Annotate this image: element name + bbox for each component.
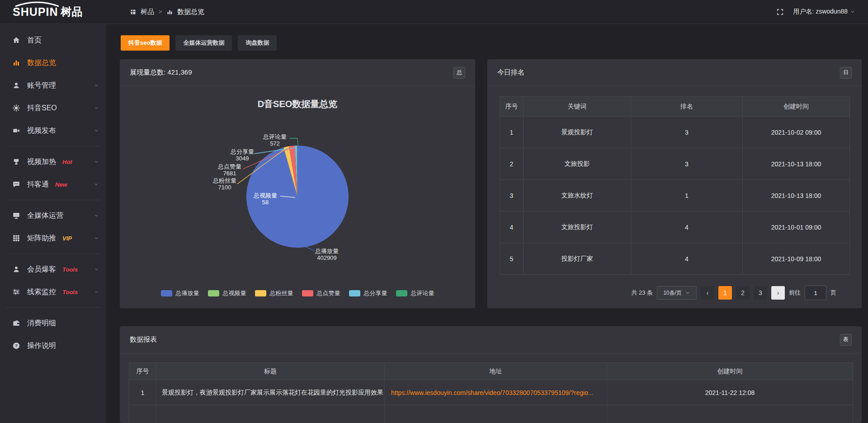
pie-label-value: 3049 [231, 155, 254, 162]
legend-item-fans[interactable]: 总粉丝量 [255, 289, 293, 297]
table-cell: 文旅投影 [524, 148, 631, 180]
pagination-total: 共 23 条 [631, 289, 653, 297]
table-row: 1景观投影灯32021-10-02 09:00 [500, 117, 850, 148]
report-corner-button[interactable]: 表 [840, 334, 852, 346]
chevron-down-icon [94, 267, 99, 272]
report-cell-index: 1 [129, 380, 156, 405]
table-cell [129, 405, 156, 423]
legend-item-video[interactable]: 总视频量 [208, 289, 246, 297]
pie-label-name: 总点赞量 [218, 163, 241, 170]
breadcrumb-current: 数据总览 [177, 8, 204, 16]
sidebar-item-video-heat[interactable]: 视频加热Hot [0, 150, 106, 173]
report-col-header: 标题 [156, 363, 385, 380]
next-page-button[interactable]: › [771, 286, 785, 300]
breadcrumb-root-icon [130, 9, 137, 15]
page-button-2[interactable]: 2 [736, 286, 750, 300]
goto-suffix: 页 [830, 289, 836, 297]
sidebar-item-label: 线索监控 [27, 287, 56, 297]
legend-swatch [396, 290, 407, 296]
legend-item-share[interactable]: 总分享量 [349, 289, 387, 297]
sidebar-badge-tools: Tools [62, 289, 78, 296]
report-cell-url: https://www.iesdouyin.com/share/video/70… [385, 380, 607, 405]
ranking-panel: 今日排名 日 序号关键词排名创建时间 1景观投影灯32021-10-02 09:… [487, 59, 862, 308]
pie-legend: 总播放量总视频量总粉丝量总点赞量总分享量总评论量 [120, 289, 475, 297]
pie-chart [120, 59, 475, 308]
sidebar-item-clue-monitor[interactable]: 线索监控Tools [0, 281, 106, 303]
tab-media-operation-data[interactable]: 全媒体运营数据 [175, 35, 232, 51]
table-row: 3文旅水纹灯12021-10-13 18:00 [500, 180, 850, 212]
legend-item-comment[interactable]: 总评论量 [396, 289, 434, 297]
table-cell: 4 [631, 243, 743, 275]
sidebar-divider [6, 200, 100, 200]
legend-item-play[interactable]: 总播放量 [161, 289, 199, 297]
pie-label-name: 总评论量 [263, 133, 287, 140]
sidebar-item-label: 数据总览 [27, 58, 56, 68]
page-root: SHUPIN 树品 树品 > 数据总览 用户名: zswodun88 [0, 0, 868, 423]
pie-label-name: 总粉丝量 [213, 177, 236, 184]
sidebar-item-account-manage[interactable]: 账号管理 [0, 74, 106, 97]
report-cell-time: 2021-11-22 12:08 [607, 380, 853, 405]
sidebar-item-expense-detail[interactable]: 消费明细 [0, 312, 106, 334]
table-cell: 文旅水纹灯 [524, 180, 631, 212]
legend-item-like[interactable]: 总点赞量 [302, 289, 340, 297]
table-cell: 4 [500, 212, 524, 243]
sidebar-item-member-burst[interactable]: 会员爆客Tools [0, 258, 106, 281]
page-button-3[interactable]: 3 [754, 286, 767, 300]
sidebar-item-label: 矩阵助推 [27, 234, 56, 243]
sidebar-item-media-operation[interactable]: 全媒体运营 [0, 204, 106, 227]
pie-label-value: 7100 [213, 184, 236, 191]
sidebar-item-douketong[interactable]: 抖客通New [0, 173, 106, 196]
sliders-icon [12, 288, 20, 296]
table-cell: 景观投影灯 [524, 117, 631, 148]
table-cell: 3 [631, 148, 743, 180]
report-url-link[interactable]: https://www.iesdouyin.com/share/video/70… [391, 389, 594, 396]
report-panel: 数据报表 表 序号标题地址创建时间 1景观投影灯，夜游景观投影灯厂家展示展示落花… [120, 326, 862, 423]
page-size-select[interactable]: 10条/页 [657, 286, 697, 300]
table-cell: 4 [631, 212, 743, 243]
sidebar-item-help-guide[interactable]: ?操作说明 [0, 334, 106, 357]
sidebar-item-label: 会员爆客 [27, 265, 56, 274]
ranking-corner-button[interactable]: 日 [840, 67, 852, 79]
goto-page-input[interactable] [805, 286, 826, 300]
bar-chart-icon [12, 59, 20, 67]
table-row: 5投影灯厂家42021-10-09 18:00 [500, 243, 850, 275]
legend-label: 总评论量 [411, 289, 434, 297]
sidebar-item-label: 视频发布 [27, 126, 56, 136]
grid-icon [12, 234, 20, 242]
table-cell: 1 [500, 117, 524, 148]
svg-text:?: ? [15, 343, 18, 348]
sidebar-item-data-overview[interactable]: 数据总览 [0, 52, 106, 74]
fullscreen-icon[interactable] [776, 8, 784, 16]
sidebar: 首页数据总览账号管理抖音SEO视频发布视频加热Hot抖客通New全媒体运营矩阵助… [0, 24, 106, 423]
sidebar-item-video-publish[interactable]: 视频发布 [0, 119, 106, 142]
table-cell: 文旅投影灯 [524, 212, 631, 243]
help-icon: ? [12, 342, 20, 350]
sidebar-item-douyin-seo[interactable]: 抖音SEO [0, 97, 106, 119]
page-button-1[interactable]: 1 [718, 286, 732, 300]
breadcrumb-separator: > [159, 9, 162, 15]
tab-douyin-seo-data[interactable]: 抖音seo数据 [121, 35, 170, 51]
table-cell [385, 405, 607, 423]
table-cell [156, 405, 385, 423]
tab-inquiry-data[interactable]: 询盘数据 [238, 35, 277, 51]
pie-label-like: 总点赞量7681 [218, 163, 241, 177]
report-cell-title: 景观投影灯，夜游景观投影灯厂家展示展示落花灯在花园里的灯光投影应用效果 # [156, 380, 385, 405]
topbar-right: 用户名: zswodun88 [776, 8, 868, 16]
chevron-down-icon [94, 235, 99, 241]
pie-label-value: 58 [254, 199, 277, 206]
sidebar-item-label: 操作说明 [27, 341, 56, 351]
legend-swatch [161, 290, 172, 296]
prev-page-button[interactable]: ‹ [701, 286, 714, 300]
table-cell: 2021-10-09 18:00 [743, 243, 850, 275]
user-menu[interactable]: 用户名: zswodun88 [793, 8, 855, 16]
pie-label-share: 总分享量3049 [231, 148, 254, 162]
chevron-down-icon [94, 83, 99, 88]
breadcrumb-root[interactable]: 树品 [141, 8, 154, 16]
sidebar-item-home[interactable]: 首页 [0, 29, 106, 52]
pie-label-value: 402909 [315, 254, 339, 261]
report-table: 序号标题地址创建时间 1景观投影灯，夜游景观投影灯厂家展示展示落花灯在花园里的灯… [129, 362, 853, 423]
ranking-table: 序号关键词排名创建时间 1景观投影灯32021-10-02 09:002文旅投影… [500, 96, 850, 275]
report-col-header: 创建时间 [607, 363, 853, 380]
table-cell: 5 [500, 243, 524, 275]
sidebar-item-matrix-boost[interactable]: 矩阵助推VIP [0, 227, 106, 249]
